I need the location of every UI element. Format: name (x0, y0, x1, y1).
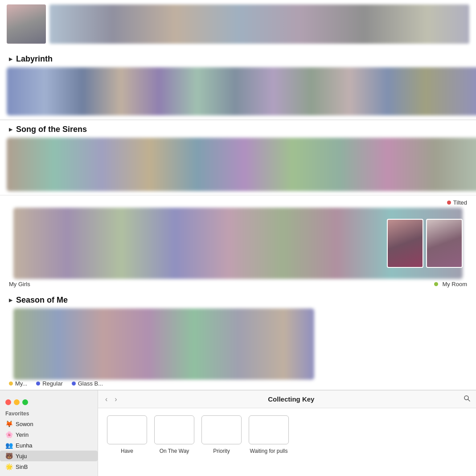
photo-thumb-1[interactable] (387, 219, 423, 268)
card-have-label: Have (121, 448, 133, 454)
favorites-header: Favorites (0, 410, 98, 419)
labyrinth-title: Labyrinth (16, 54, 53, 64)
sirens-triangle: ▶ (9, 127, 12, 132)
regular-text: Regular (42, 380, 63, 387)
my-girls-label: My Girls (9, 281, 30, 287)
top-avatar (7, 4, 46, 44)
window-controls (0, 396, 98, 410)
season-section: ▶ Season of Me My... Regular Glass B... (0, 291, 476, 390)
labyrinth-album-row[interactable] (7, 67, 476, 115)
search-button[interactable] (464, 395, 471, 404)
card-have: Have (107, 415, 147, 454)
tilted-section: Tilted My Girls My Room (0, 196, 476, 291)
labyrinth-header[interactable]: ▶ Labyrinth (0, 52, 476, 67)
season-album-row[interactable] (13, 308, 314, 380)
card-priority-label: Priority (213, 448, 230, 454)
sinb-emoji: 🌟 (5, 463, 13, 470)
yerin-name: Yerin (16, 431, 29, 438)
sowon-emoji: 🦊 (5, 420, 13, 427)
yuju-emoji: 🐻 (5, 452, 13, 460)
photo-thumb-2[interactable] (426, 219, 463, 268)
photo-thumbnails (387, 219, 463, 268)
sidebar: Favorites 🦊 Sowon 🌸 Yerin 👥 Eunha 🐻 Yuju… (0, 390, 98, 476)
season-title: Season of Me (16, 295, 68, 305)
sirens-title: Song of the Sirens (16, 125, 87, 134)
sidebar-item-eunha[interactable]: 👥 Eunha (0, 440, 98, 451)
sinb-name: SinB (16, 464, 28, 470)
tilted-row-wrapper (7, 208, 469, 279)
tilted-dot (447, 201, 451, 205)
my-text: My... (15, 380, 27, 387)
minimize-button[interactable] (14, 399, 20, 405)
sidebar-item-sowon[interactable]: 🦊 Sowon (0, 419, 98, 429)
svg-line-1 (468, 399, 470, 401)
sirens-header[interactable]: ▶ Song of the Sirens (0, 122, 476, 138)
card-waiting: Waiting for pulls (249, 415, 289, 454)
tilted-header: Tilted (0, 197, 476, 208)
card-on-the-way-box[interactable] (154, 415, 194, 444)
back-button[interactable]: ‹ (103, 394, 109, 404)
close-button[interactable] (5, 399, 11, 405)
toolbar: ‹ › Collecting Key (98, 390, 476, 408)
sidebar-item-yerin[interactable]: 🌸 Yerin (0, 429, 98, 440)
season-header[interactable]: ▶ Season of Me (0, 293, 476, 308)
forward-button[interactable]: › (113, 394, 119, 404)
card-priority: Priority (201, 415, 242, 454)
glass-b-label: Glass B... (72, 380, 103, 387)
maximize-button[interactable] (22, 399, 28, 405)
sidebar-item-sinb[interactable]: 🌟 SinB (0, 461, 98, 472)
sirens-album-row[interactable] (7, 138, 476, 191)
yuju-name: Yuju (16, 453, 27, 460)
main-area: ‹ › Collecting Key Have On The Way Pri (98, 390, 476, 476)
labyrinth-section: ▶ Labyrinth (0, 48, 476, 119)
toolbar-title: Collecting Key (123, 395, 460, 403)
labyrinth-triangle: ▶ (9, 56, 12, 62)
top-partial-section (0, 0, 476, 48)
tilted-label: Tilted (453, 199, 467, 206)
bottom-panel: Favorites 🦊 Sowon 🌸 Yerin 👥 Eunha 🐻 Yuju… (0, 390, 476, 476)
glass-b-text: Glass B... (78, 380, 103, 387)
regular-label: Regular (36, 380, 63, 387)
sowon-name: Sowon (16, 421, 33, 427)
sirens-section: ▶ Song of the Sirens (0, 120, 476, 195)
glass-b-dot (72, 382, 76, 386)
my-label: My... (9, 380, 27, 387)
my-room-label: My Room (442, 281, 467, 287)
card-waiting-label: Waiting for pulls (250, 448, 288, 454)
season-triangle: ▶ (9, 297, 12, 303)
top-album-thumb (49, 4, 469, 44)
search-icon (464, 395, 471, 402)
card-on-the-way: On The Way (154, 415, 194, 454)
card-waiting-box[interactable] (249, 415, 289, 444)
my-room-dot (434, 282, 438, 286)
my-dot (9, 382, 13, 386)
card-priority-box[interactable] (201, 415, 242, 444)
cards-row: Have On The Way Priority Waiting for pul… (98, 408, 476, 476)
card-have-box[interactable] (107, 415, 147, 444)
eunha-emoji: 👥 (5, 442, 13, 449)
main-scroll-area: ▶ Labyrinth ▶ Song of the Sirens Tilted … (0, 0, 476, 390)
sidebar-item-yuju[interactable]: 🐻 Yuju (0, 451, 98, 461)
card-on-the-way-label: On The Way (160, 448, 189, 454)
regular-dot (36, 382, 40, 386)
eunha-name: Eunha (16, 442, 33, 449)
yerin-emoji: 🌸 (5, 431, 13, 438)
